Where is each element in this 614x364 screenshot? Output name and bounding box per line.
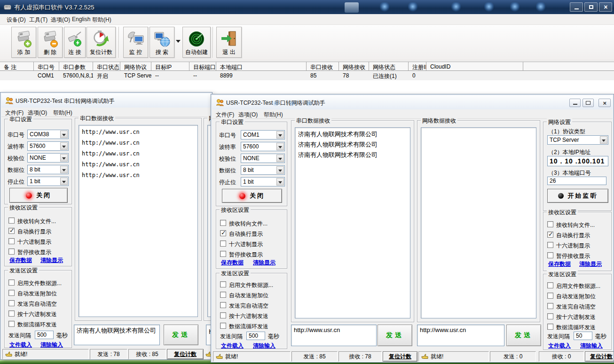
col-remark[interactable]: 备 注 [0,62,34,70]
network-send-button[interactable]: 发送 [506,325,541,346]
menu-tools[interactable]: 工具(T) [29,16,47,24]
search-dropdown-arrow[interactable] [176,40,181,43]
toolbar-search-button[interactable]: 搜 索 [150,27,174,58]
serial-send-input[interactable]: http://www.usr.cn [291,325,377,346]
option-pause-display[interactable]: 暂停接收显示 [5,248,71,256]
toolbar-connect-button[interactable]: 连 接 [64,27,86,58]
chevron-down-icon[interactable] [276,143,284,150]
option-loop-send[interactable]: 数据流循环发送 [5,320,71,328]
toolbar-monitor-button[interactable]: 监 控 [123,27,148,58]
option-auto-wrap[interactable]: 自动换行显示 [5,227,71,235]
protocol-type-select[interactable]: TCP Server [547,135,608,145]
menu-device[interactable]: 设备(D) [7,16,26,24]
serial-send-button[interactable]: 发送 [164,325,198,345]
local-port-input[interactable]: 26 [547,177,606,185]
col-net-rx[interactable]: 网络接收 [339,62,369,70]
menu-options[interactable]: 选项(O) [238,111,258,119]
option-auto-wrap[interactable]: 自动换行显示 [543,231,611,239]
toolbar-auto-create-button[interactable]: 自动创建 [182,27,211,58]
toolbar-delete-button[interactable]: 删 除 [38,27,63,58]
reset-count-button[interactable]: 复位计数 [167,349,204,359]
com-port-select[interactable]: COM38 [27,130,69,139]
com-port-select[interactable]: COM1 [241,130,285,139]
minimize-button[interactable] [570,2,583,12]
chevron-down-icon[interactable] [60,131,68,138]
close-port-button[interactable]: 关闭 [9,188,68,203]
option-file-data-source[interactable]: 启用文件数据源... [543,282,611,289]
window-titlebar[interactable]: USR-TCP232-Test 串口转网络调试助手 [1,93,211,108]
option-pause-display[interactable]: 暂停接收显示 [543,252,611,259]
option-send-as-hex[interactable]: 按十六进制发送 [5,310,71,318]
data-bits-select[interactable]: 8 bit [241,165,285,175]
network-send-input[interactable]: http://www.usr.cn [417,325,504,346]
option-file-data-source[interactable]: 启用文件数据源... [216,281,287,288]
app-titlebar[interactable]: 有人虚拟串口软件 V3.7.2.525 × [0,0,614,14]
serial-send-button[interactable]: 发送 [378,325,412,346]
save-data-link[interactable]: 保存数据 [221,259,244,267]
clear-input-link[interactable]: 清除输入 [580,342,603,350]
close-button[interactable]: × [599,2,612,12]
load-file-link[interactable]: 文件载入 [221,342,244,350]
load-file-link[interactable]: 文件载入 [9,341,32,349]
menu-english[interactable]: English [72,16,90,23]
clear-display-link[interactable]: 清除显示 [579,260,602,268]
clear-display-link[interactable]: 清除显示 [40,256,63,264]
option-file-data-source[interactable]: 启用文件数据源... [5,279,71,287]
data-bits-select[interactable]: 8 bit [27,165,69,174]
option-clear-after-send[interactable]: 发送完自动清空 [543,302,611,310]
start-listen-button[interactable]: 开始监听 [547,189,608,203]
load-file-link[interactable]: 文件载入 [548,342,571,350]
option-pause-display[interactable]: 暂停接收显示 [216,250,287,258]
clear-display-link[interactable]: 清除显示 [253,259,276,267]
window-titlebar[interactable]: USR-TCP232-Test 串口转网络调试助手 × [212,95,613,109]
reset-count-button-serial[interactable]: 复位计数 [383,351,417,362]
baud-rate-select[interactable]: 57600 [241,142,285,151]
stop-bits-select[interactable]: 1 bit [27,177,69,186]
chevron-down-icon[interactable] [276,131,284,139]
chevron-down-icon[interactable] [60,166,68,173]
col-state[interactable]: 串口状态 [93,62,120,70]
option-auto-send-append[interactable]: 自动发送附加位 [5,289,71,297]
chevron-down-icon[interactable] [276,178,284,186]
clear-input-link[interactable]: 清除输入 [253,342,276,350]
chevron-down-icon[interactable] [276,166,284,174]
baud-rate-select[interactable]: 57600 [27,141,69,151]
col-target-port[interactable]: 目标端口 [189,62,216,70]
option-receive-to-file[interactable]: 接收转向文件... [5,217,71,225]
close-button[interactable]: × [598,99,611,107]
send-interval-input[interactable]: 500 [35,331,54,339]
col-params[interactable]: 串口参数 [59,62,93,70]
toolbar-add-button[interactable]: 添 加 [11,27,36,58]
option-auto-wrap[interactable]: 自动换行显示 [216,230,287,237]
chevron-down-icon[interactable] [60,142,68,150]
send-interval-input[interactable]: 50 [574,332,592,340]
menu-help[interactable]: 帮助(H) [53,109,72,117]
option-clear-after-send[interactable]: 发送完自动清空 [216,302,287,309]
chevron-down-icon[interactable] [60,178,68,185]
option-hex-display[interactable]: 十六进制显示 [543,241,611,249]
chevron-down-icon[interactable] [60,154,68,162]
col-com[interactable]: 串口号 [34,62,59,70]
option-loop-send[interactable]: 数据流循环发送 [543,323,611,331]
option-send-as-hex[interactable]: 按十六进制发送 [216,312,287,319]
col-local-port[interactable]: 本地端口 [216,62,307,70]
col-net-state[interactable]: 网络状态 [369,62,409,70]
serial-receive-area[interactable]: http://www.usr.cn http://www.usr.cn http… [79,125,198,317]
table-row[interactable]: COM1 57600,N,8,1 开启 TCP Server -- -- 889… [0,71,614,80]
menu-help[interactable]: 帮助(H) [92,16,111,24]
menu-help[interactable]: 帮助(H) [264,111,283,119]
parity-select[interactable]: NONE [241,154,285,163]
option-clear-after-send[interactable]: 发送完自动清空 [5,300,71,307]
col-reg-id[interactable]: 注册ID [409,62,426,70]
save-data-link[interactable]: 保存数据 [9,256,32,264]
network-receive-area[interactable] [421,127,536,318]
serial-receive-area[interactable]: 济南有人物联网技术有限公司 济南有人物联网技术有限公司 济南有人物联网技术有限公… [295,127,410,318]
maximize-button[interactable] [584,2,598,12]
col-protocol[interactable]: 网络协议 [120,62,151,70]
option-receive-to-file[interactable]: 接收转向文件... [216,219,287,227]
option-receive-to-file[interactable]: 接收转向文件... [543,221,611,228]
send-interval-input[interactable]: 500 [246,332,265,340]
parity-select[interactable]: NONE [27,153,69,163]
menu-options[interactable]: 选项(O) [51,16,70,24]
col-cloud-id[interactable]: CloudID [426,62,523,70]
